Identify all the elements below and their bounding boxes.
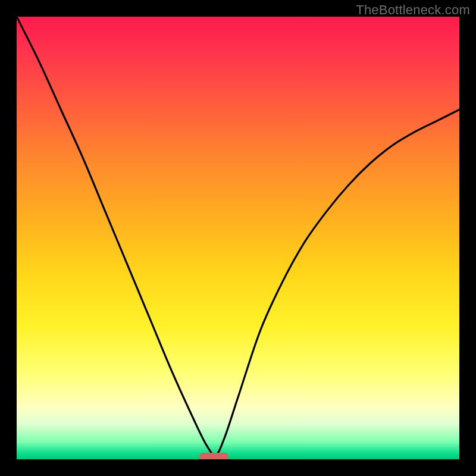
chart-frame: TheBottleneck.com <box>0 0 476 476</box>
plot-area <box>17 17 459 459</box>
optimal-marker <box>199 453 228 459</box>
attribution-label: TheBottleneck.com <box>356 2 470 18</box>
bottleneck-curve <box>17 17 459 459</box>
